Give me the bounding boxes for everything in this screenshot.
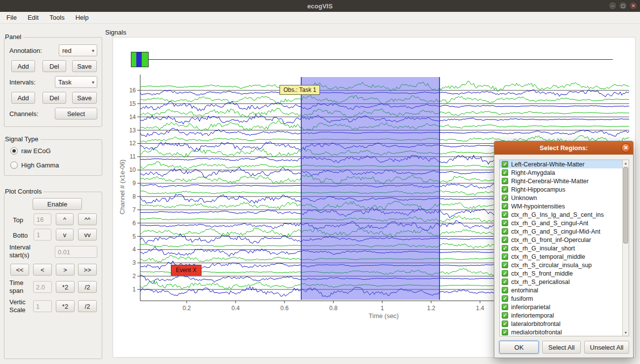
region-name-label: WM-hypointensities <box>511 203 565 210</box>
scroll-up-icon[interactable]: ▲ <box>623 160 629 166</box>
chevron-down-icon: ▾ <box>92 80 94 85</box>
region-list-item[interactable]: ✓Right-Amygdala <box>500 168 629 177</box>
menu-help[interactable]: Help <box>70 12 94 23</box>
region-list-item[interactable]: ✓entorhinal <box>500 286 629 294</box>
region-list-item[interactable]: ✓inferiorparietal <box>500 303 629 311</box>
time-span-halve-button[interactable]: /2 <box>78 281 97 293</box>
region-list-item[interactable]: ✓ctx_rh_G_temporal_middle <box>500 252 629 261</box>
titlebar: ecogVIS − ▢ ✕ <box>0 0 640 12</box>
time-span-input[interactable]: 2.0 <box>33 281 52 293</box>
annotation-add-button[interactable]: Add <box>11 60 35 72</box>
region-list-item[interactable]: ✓ctx_rh_S_front_middle <box>500 269 629 278</box>
region-list-item[interactable]: ✓fusiform <box>500 294 629 303</box>
time-span-double-button[interactable]: *2 <box>56 281 75 293</box>
region-name-label: fusiform <box>511 295 533 302</box>
channel-down-button[interactable]: v <box>56 229 74 241</box>
close-icon[interactable]: ✕ <box>629 1 638 10</box>
event-marker[interactable]: Event X <box>171 265 201 276</box>
page-forward-button[interactable]: >> <box>78 264 97 276</box>
top-channel-input[interactable]: 16 <box>34 213 51 225</box>
svg-text:11: 11 <box>130 153 136 160</box>
radio-high-gamma[interactable]: High Gamma <box>10 162 59 169</box>
channel-down-fast-button[interactable]: vv <box>78 229 97 241</box>
scroll-down-icon[interactable]: ▼ <box>623 329 629 336</box>
region-list-item[interactable]: ✓ctx_rh_G_and_S_cingul-Ant <box>500 219 629 227</box>
region-list-item[interactable]: ✓ctx_rh_G_and_S_cingul-Mid-Ant <box>500 227 629 236</box>
region-list-item[interactable]: ✓Right-Cerebral-White-Matter <box>500 177 629 185</box>
svg-text:1.4: 1.4 <box>476 305 484 312</box>
vertical-scale-halve-button[interactable]: /2 <box>78 300 97 312</box>
region-name-label: ctx_rh_S_circular_insula_sup <box>511 262 592 269</box>
region-list-item[interactable]: ✓medialorbitofrontal <box>500 328 629 336</box>
window-title: ecogVIS <box>307 2 332 10</box>
radio-raw-ecog-label: raw ECoG <box>21 147 51 155</box>
dialog-titlebar: Select Regions: ✕ <box>494 141 633 155</box>
svg-text:6: 6 <box>132 220 136 227</box>
svg-text:1: 1 <box>132 286 136 293</box>
region-list-item[interactable]: ✓Left-Cerebral-White-Matter <box>500 160 629 168</box>
region-list-item[interactable]: ✓Right-Hippocampus <box>500 185 629 194</box>
region-list-item[interactable]: ✓ctx_rh_S_circular_insula_sup <box>500 261 629 269</box>
menu-file[interactable]: File <box>1 12 22 23</box>
region-name-label: ctx_rh_G_and_S_cingul-Ant <box>511 220 588 227</box>
region-name-label: ctx_rh_G_Ins_lg_and_S_cent_ins <box>511 211 604 218</box>
menu-tools[interactable]: Tools <box>44 12 70 23</box>
region-list-item[interactable]: ✓Unknown <box>500 194 629 202</box>
region-name-label: ctx_rh_G_temporal_middle <box>511 253 585 260</box>
radio-raw-ecog[interactable]: raw ECoG <box>10 147 51 155</box>
maximize-icon[interactable]: ▢ <box>619 1 627 10</box>
annotation-dropdown[interactable]: red ▾ <box>59 44 97 56</box>
checkbox-checked-icon: ✓ <box>502 203 508 209</box>
scrollbar[interactable]: ▲ ▼ <box>622 160 629 336</box>
region-list-item[interactable]: ✓ctx_rh_G_front_inf-Opercular <box>500 236 629 244</box>
checkbox-checked-icon: ✓ <box>502 329 508 335</box>
region-list-item[interactable]: ✓ctx_rh_S_pericallosal <box>500 278 629 286</box>
region-name-label: Right-Hippocampus <box>511 186 565 193</box>
channels-label: Channels: <box>9 110 39 118</box>
region-list-item[interactable]: ✓ctx_rh_G_Ins_lg_and_S_cent_ins <box>500 210 629 219</box>
window-buttons: − ▢ ✕ <box>608 1 638 10</box>
channel-up-button[interactable]: ^ <box>56 213 74 225</box>
interval-start-input[interactable]: 0.01 <box>55 246 97 258</box>
checkbox-checked-icon: ✓ <box>502 245 508 251</box>
svg-text:10: 10 <box>129 166 136 173</box>
checkbox-checked-icon: ✓ <box>502 178 508 184</box>
checkbox-checked-icon: ✓ <box>502 169 508 176</box>
svg-text:1.2: 1.2 <box>427 305 436 312</box>
interval-selection-region[interactable] <box>301 77 440 300</box>
vertical-scale-input[interactable]: 1 <box>33 300 52 312</box>
bottom-channel-input[interactable]: 1 <box>34 229 51 241</box>
unselect-all-button[interactable]: Unselect All <box>584 341 629 354</box>
select-all-button[interactable]: Select All <box>542 341 581 354</box>
menu-edit[interactable]: Edit <box>22 12 44 23</box>
region-list-item[interactable]: ✓ctx_rh_G_insular_short <box>500 244 629 252</box>
scrollbar-handle[interactable] <box>623 167 628 243</box>
page-back-button[interactable]: << <box>10 264 29 276</box>
annotation-save-button[interactable]: Save <box>72 60 97 72</box>
intervals-add-button[interactable]: Add <box>11 92 35 104</box>
region-list-item[interactable]: ✓lateralorbitofrontal <box>500 320 629 328</box>
svg-text:2: 2 <box>132 273 136 280</box>
channel-up-fast-button[interactable]: ^^ <box>78 213 97 225</box>
intervals-del-button[interactable]: Del <box>42 92 66 104</box>
ok-button[interactable]: OK <box>499 341 539 354</box>
region-list-item[interactable]: ✓WM-hypointensities <box>500 202 629 210</box>
annotation-value: red <box>62 47 72 54</box>
plot-controls-title: Plot Controls <box>4 188 43 195</box>
y-axis-label: Channel # (x1e-06) <box>119 153 126 222</box>
channels-select-button[interactable]: Select <box>55 108 97 120</box>
step-forward-button[interactable]: > <box>56 264 75 276</box>
intervals-save-button[interactable]: Save <box>72 92 97 104</box>
x-axis-label: Time (sec) <box>334 312 433 320</box>
region-list-item[interactable]: ✓inferiortemporal <box>500 311 629 320</box>
region-name-label: Right-Cerebral-White-Matter <box>511 178 589 185</box>
dialog-close-icon[interactable]: ✕ <box>621 143 631 153</box>
intervals-dropdown[interactable]: Task ▾ <box>55 76 97 88</box>
minimize-icon[interactable]: − <box>608 1 617 10</box>
annotation-del-button[interactable]: Del <box>42 60 66 72</box>
step-back-button[interactable]: < <box>33 264 52 276</box>
svg-text:14: 14 <box>129 114 136 121</box>
vertical-scale-double-button[interactable]: *2 <box>56 300 75 312</box>
radio-selected-icon <box>10 147 18 155</box>
enable-button[interactable]: Enable <box>33 198 82 210</box>
